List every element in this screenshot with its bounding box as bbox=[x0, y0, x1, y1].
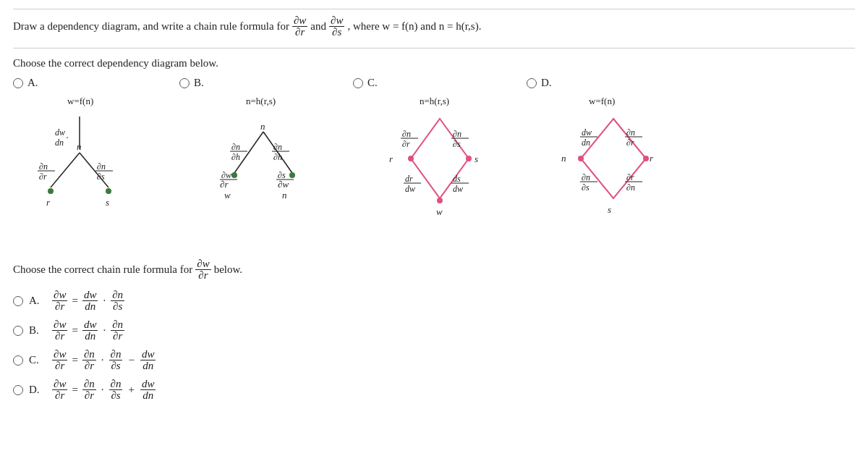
svg-point-48 bbox=[466, 156, 472, 161]
label-a: A. bbox=[27, 77, 38, 89]
svg-text:w=f(n): w=f(n) bbox=[589, 96, 615, 106]
chain-label-b: B. bbox=[29, 324, 46, 337]
svg-line-6 bbox=[51, 153, 80, 187]
frac-dw-dr: ∂w ∂r bbox=[292, 15, 307, 38]
svg-text:∂n: ∂n bbox=[39, 161, 48, 172]
chain-intro: Choose the correct chain rule formula fo… bbox=[13, 263, 192, 276]
chain-formula-a: ∂w∂r = dwdn · ∂n∂s bbox=[52, 290, 124, 312]
svg-text:s: s bbox=[106, 197, 109, 208]
svg-text:n: n bbox=[260, 121, 265, 132]
svg-text:∂s: ∂s bbox=[582, 182, 590, 193]
svg-text:∂n: ∂n bbox=[273, 142, 282, 152]
svg-text:∂h: ∂h bbox=[231, 152, 240, 162]
svg-text:∂r: ∂r bbox=[626, 172, 634, 182]
diagram-section-title: Choose the correct dependency diagram be… bbox=[13, 57, 855, 69]
svg-text:w: w bbox=[224, 190, 231, 201]
frac-dw-ds: ∂w ∂s bbox=[329, 15, 344, 38]
and-text: and bbox=[310, 20, 326, 33]
problem-statement: Draw a dependency diagram, and write a c… bbox=[13, 15, 855, 38]
svg-point-38 bbox=[289, 172, 295, 178]
frac-dw-dr-den: ∂r bbox=[294, 27, 306, 38]
radio-a[interactable] bbox=[13, 78, 23, 88]
svg-text:w=f(n): w=f(n) bbox=[67, 96, 93, 106]
label-c: C. bbox=[367, 77, 378, 89]
chain-section: Choose the correct chain rule formula fo… bbox=[13, 258, 855, 401]
svg-point-57 bbox=[437, 198, 443, 203]
svg-text:∂n: ∂n bbox=[453, 129, 461, 139]
chain-radio-a[interactable] bbox=[13, 296, 23, 306]
svg-text:∂r: ∂r bbox=[220, 179, 229, 190]
svg-text:∂r: ∂r bbox=[39, 172, 47, 182]
svg-text:∂w: ∂w bbox=[278, 179, 289, 190]
svg-text:r: r bbox=[389, 153, 393, 164]
chain-label-c: C. bbox=[29, 354, 46, 366]
svg-text:∂s: ∂s bbox=[453, 139, 461, 149]
svg-text:n=h(r,s): n=h(r,s) bbox=[420, 96, 449, 106]
chain-frac-num: ∂w bbox=[195, 258, 210, 270]
svg-text:∂w: ∂w bbox=[221, 170, 231, 180]
svg-text:∂s: ∂s bbox=[97, 172, 105, 182]
chain-formula-d: ∂w∂r = ∂n∂r · ∂n∂s + dwdn bbox=[52, 379, 156, 401]
svg-point-16 bbox=[106, 188, 111, 194]
frac-dw-dr-num: ∂w bbox=[292, 15, 307, 27]
diagram-c-svg: n=h(r,s) ∂n ∂r ∂n ∂s r s dr dw ds dw bbox=[367, 93, 512, 238]
radio-d[interactable] bbox=[527, 78, 537, 88]
chain-label-a: A. bbox=[29, 295, 46, 307]
svg-point-37 bbox=[231, 172, 237, 178]
chain-frac-den: ∂r bbox=[197, 270, 209, 281]
problem-condition: , where w = f(n) and n = h(r,s). bbox=[347, 20, 481, 33]
svg-text:∂h: ∂h bbox=[273, 152, 282, 162]
svg-text:ds: ds bbox=[453, 174, 461, 184]
chain-suffix: below. bbox=[214, 263, 242, 276]
svg-text:r: r bbox=[46, 197, 51, 208]
svg-text:∂n: ∂n bbox=[626, 127, 635, 138]
chain-radio-b[interactable] bbox=[13, 326, 23, 336]
svg-text:r: r bbox=[650, 153, 654, 164]
svg-text:dn: dn bbox=[582, 138, 590, 148]
diagram-b-svg: n=h(r,s) n ∂n ∂h ∂n ∂h ∂r ∂w w ∂s ∂ bbox=[194, 93, 339, 238]
chain-opt-d: D. ∂w∂r = ∂n∂r · ∂n∂s + dwdn bbox=[13, 379, 855, 401]
svg-text:n=h(r,s): n=h(r,s) bbox=[246, 96, 276, 106]
svg-text:∂n: ∂n bbox=[582, 172, 590, 182]
diagram-d-svg: w=f(n) dw dn ∂n ∂r n r ∂n ∂s ∂r ∂n s bbox=[541, 93, 686, 245]
svg-text:dw: dw bbox=[453, 184, 463, 194]
chain-opt-c: C. ∂w∂r = ∂n∂r · ∂n∂s − dwdn bbox=[13, 349, 855, 371]
chain-formula-c: ∂w∂r = ∂n∂r · ∂n∂s − dwdn bbox=[52, 349, 156, 371]
chain-opt-b: B. ∂w∂r = dwdn · ∂n∂r bbox=[13, 319, 855, 342]
chain-frac: ∂w ∂r bbox=[195, 258, 210, 281]
chain-label-d: D. bbox=[29, 384, 46, 396]
radio-b[interactable] bbox=[179, 78, 190, 88]
diagram-option-a: A. w=f(n) dw dn n ∂n ∂r ∂n ∂s r bbox=[13, 77, 172, 238]
svg-text:∂n: ∂n bbox=[97, 161, 106, 172]
svg-text:dn: dn bbox=[55, 138, 64, 148]
svg-point-70 bbox=[643, 156, 649, 161]
chain-question: Choose the correct chain rule formula fo… bbox=[13, 258, 855, 281]
label-d: D. bbox=[541, 77, 552, 89]
svg-text:∂n: ∂n bbox=[402, 129, 411, 139]
svg-point-69 bbox=[578, 156, 584, 161]
svg-point-14 bbox=[48, 188, 54, 194]
chain-formula-b: ∂w∂r = dwdn · ∂n∂r bbox=[52, 319, 124, 342]
svg-text:s: s bbox=[475, 153, 478, 164]
problem-intro: Draw a dependency diagram, and write a c… bbox=[13, 20, 289, 33]
svg-text:∂r: ∂r bbox=[626, 138, 634, 148]
diagram-option-b: B. n=h(r,s) n ∂n ∂h ∂n ∂h ∂r ∂w w bbox=[172, 77, 346, 238]
chain-radio-d[interactable] bbox=[13, 385, 23, 395]
chain-opt-a: A. ∂w∂r = dwdn · ∂n∂s bbox=[13, 290, 855, 312]
svg-text:n: n bbox=[282, 190, 287, 201]
chain-options: A. ∂w∂r = dwdn · ∂n∂s B. ∂w∂r = dwdn · ∂… bbox=[13, 290, 855, 401]
svg-text:dw: dw bbox=[55, 127, 65, 138]
svg-text:n: n bbox=[561, 153, 566, 164]
svg-text:∂r: ∂r bbox=[402, 139, 410, 149]
frac-dw-ds-num: ∂w bbox=[329, 15, 344, 27]
svg-text:dr: dr bbox=[405, 174, 413, 184]
svg-text:∂n: ∂n bbox=[626, 182, 635, 193]
frac-dw-ds-den: ∂s bbox=[331, 27, 343, 38]
svg-text:s: s bbox=[608, 204, 611, 215]
radio-c[interactable] bbox=[353, 78, 363, 88]
label-b: B. bbox=[194, 77, 204, 89]
svg-text:∂n: ∂n bbox=[231, 142, 240, 152]
chain-radio-c[interactable] bbox=[13, 355, 23, 366]
svg-point-47 bbox=[408, 156, 414, 161]
diagram-option-c: C. n=h(r,s) ∂n ∂r ∂n ∂s r s dr dw bbox=[346, 77, 519, 238]
